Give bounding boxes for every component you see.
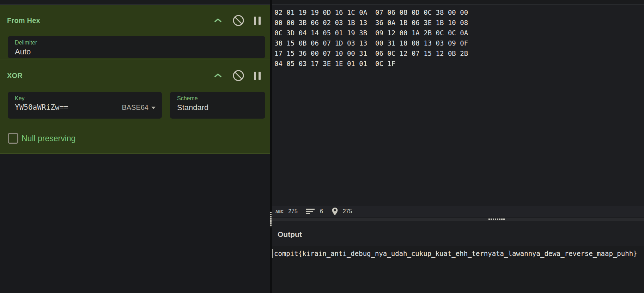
breakpoint-pause-icon[interactable] bbox=[254, 72, 261, 80]
delimiter-select[interactable]: Delimiter Auto bbox=[8, 36, 265, 58]
splitter-drag-handle[interactable] bbox=[270, 212, 272, 227]
io-splitter-drag-handle[interactable] bbox=[488, 219, 505, 220]
line-count-icon bbox=[306, 208, 315, 215]
output-header: Output bbox=[272, 221, 644, 246]
xor-key-input[interactable]: Key YW50aWRiZw== BASE64 bbox=[8, 92, 162, 119]
xor-scheme-select[interactable]: Scheme Standard bbox=[170, 92, 265, 119]
delimiter-value: Auto bbox=[15, 47, 259, 56]
input-line: 00 00 3B 06 02 03 1B 13 36 0A 1B 06 3E 1… bbox=[274, 18, 644, 28]
line-count-value: 6 bbox=[320, 208, 323, 215]
char-count-icon: ABC bbox=[275, 210, 284, 214]
caret-down-icon bbox=[151, 107, 156, 109]
op-header: From Hex bbox=[0, 5, 270, 27]
input-line: 17 15 36 00 07 10 00 31 06 0C 12 07 15 1… bbox=[274, 48, 644, 59]
input-line: 04 05 03 17 3E 1E 01 01 0C 1F bbox=[274, 59, 644, 69]
null-preserving-checkbox[interactable] bbox=[8, 133, 18, 144]
key-value[interactable]: YW50aWRiZw== bbox=[15, 103, 68, 112]
recipe-panel: From Hex Delimiter Auto XOR bbox=[0, 5, 270, 293]
window-top-edge bbox=[0, 0, 644, 5]
breakpoint-pause-icon[interactable] bbox=[254, 17, 261, 25]
op-header: XOR bbox=[0, 60, 270, 82]
panel-splitter[interactable] bbox=[270, 0, 272, 293]
cursor-position-value: 275 bbox=[343, 208, 352, 215]
input-text[interactable]: 02 01 19 19 0D 16 1C 0A 07 06 08 0D 0C 3… bbox=[272, 5, 644, 206]
io-splitter[interactable] bbox=[272, 218, 644, 221]
recipe-op-xor[interactable]: XOR Key YW50aWRiZw== BASE64 bbox=[0, 60, 270, 154]
input-line: 02 01 19 19 0D 16 1C 0A 07 06 08 0D 0C 3… bbox=[274, 7, 644, 18]
input-line: 38 15 0B 06 07 1D 03 13 00 31 18 08 13 0… bbox=[274, 38, 644, 48]
recipe-op-from-hex[interactable]: From Hex Delimiter Auto bbox=[0, 5, 270, 60]
map-pin-icon bbox=[332, 207, 338, 216]
op-title: From Hex bbox=[7, 17, 40, 25]
io-panel: 02 01 19 19 0D 16 1C 0A 07 06 08 0D 0C 3… bbox=[272, 5, 644, 293]
scheme-label: Scheme bbox=[177, 95, 259, 102]
op-title: XOR bbox=[7, 72, 23, 80]
output-text: compit{kirain_anti_debug_nya_udah_cukup_… bbox=[272, 249, 637, 258]
output-title: Output bbox=[278, 230, 302, 238]
char-count-value: 275 bbox=[288, 208, 298, 215]
scheme-value: Standard bbox=[177, 103, 259, 112]
chevron-up-icon[interactable] bbox=[213, 18, 223, 23]
chevron-up-icon[interactable] bbox=[213, 73, 223, 78]
key-encoding-dropdown[interactable]: BASE64 bbox=[122, 103, 156, 112]
output-area: compit{kirain_anti_debug_nya_udah_cukup_… bbox=[272, 246, 644, 293]
disable-ban-icon[interactable] bbox=[232, 69, 245, 82]
delimiter-label: Delimiter bbox=[15, 40, 259, 46]
disable-ban-icon[interactable] bbox=[232, 14, 245, 27]
key-label: Key bbox=[15, 95, 156, 102]
input-status-bar: ABC 275 6 275 bbox=[272, 206, 644, 217]
null-preserving-label[interactable]: Null preserving bbox=[22, 134, 75, 143]
input-line: 0C 3D 04 14 05 01 19 3B 09 12 00 1A 2B 0… bbox=[274, 28, 644, 38]
key-encoding-value: BASE64 bbox=[122, 103, 148, 112]
